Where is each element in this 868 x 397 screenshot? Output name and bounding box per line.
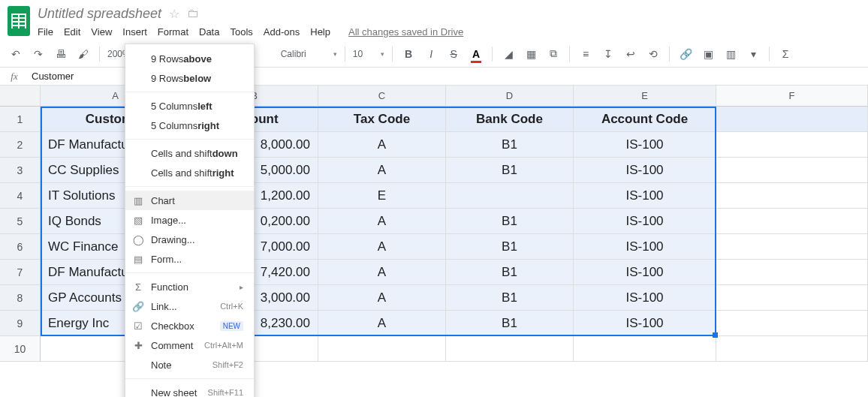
mi-cells-right[interactable]: Cells and shift right	[125, 163, 254, 182]
print-button[interactable]: 🖶	[53, 46, 69, 62]
merge-button[interactable]: ⧉	[545, 46, 562, 62]
mi-image[interactable]: ▧Image...	[125, 210, 254, 230]
mi-newsheet[interactable]: New sheetShift+F11	[125, 383, 254, 397]
comment-button[interactable]: ▣	[700, 46, 716, 62]
cell-c5[interactable]: A	[318, 209, 446, 234]
colhead-d[interactable]: D	[446, 86, 574, 107]
mi-cols-right[interactable]: 5 Columns right	[125, 116, 254, 135]
cell-f9[interactable]	[716, 311, 868, 336]
italic-button[interactable]: I	[423, 46, 439, 62]
rowhead-3[interactable]: 3	[0, 158, 41, 183]
cell-e9[interactable]: IS-100	[574, 311, 716, 336]
strike-button[interactable]: S	[445, 46, 462, 62]
folder-icon[interactable]: 🗀	[187, 7, 199, 20]
cell-c2[interactable]: A	[318, 132, 446, 158]
colhead-f[interactable]: F	[716, 86, 868, 107]
doc-title[interactable]: Untitled spreadsheet	[38, 6, 161, 22]
filter-button[interactable]: ▾	[745, 46, 761, 62]
cell-f2[interactable]	[716, 132, 868, 158]
mi-function[interactable]: ΣFunction▸	[125, 277, 254, 296]
mi-rows-above[interactable]: 9 Rows above	[125, 49, 254, 68]
cell-c4[interactable]: E	[318, 183, 446, 209]
mi-cells-down[interactable]: Cells and shift down	[125, 143, 254, 163]
cell-e2[interactable]: IS-100	[574, 132, 716, 158]
menu-file[interactable]: File	[38, 26, 53, 38]
cell-d4[interactable]	[446, 183, 574, 209]
menu-tools[interactable]: Tools	[230, 26, 252, 38]
mi-rows-below[interactable]: 9 Rows below	[125, 68, 254, 88]
mi-chart[interactable]: ▥Chart	[125, 191, 254, 210]
text-color-button[interactable]: A	[468, 46, 484, 62]
menu-edit[interactable]: Edit	[64, 26, 80, 38]
cell-e4[interactable]: IS-100	[574, 183, 716, 209]
menu-format[interactable]: Format	[158, 26, 188, 38]
formula-value[interactable]: Customer	[29, 71, 74, 82]
v-align-button[interactable]: ↧	[600, 46, 616, 62]
cell-f3[interactable]	[716, 158, 868, 183]
mi-note[interactable]: NoteShift+F2	[125, 355, 254, 374]
cell-d3[interactable]: B1	[446, 158, 574, 183]
cell-f10[interactable]	[716, 336, 868, 362]
cell-e1[interactable]: Account Code	[574, 107, 716, 132]
cell-f7[interactable]	[716, 260, 868, 285]
mi-cols-left[interactable]: 5 Columns left	[125, 96, 254, 116]
chart-button[interactable]: ▥	[722, 46, 739, 62]
rowhead-6[interactable]: 6	[0, 234, 41, 260]
cell-e6[interactable]: IS-100	[574, 234, 716, 260]
font-size-select[interactable]: 10 ▾	[353, 49, 384, 59]
cell-e10[interactable]	[574, 336, 716, 362]
cell-f8[interactable]	[716, 285, 868, 311]
cell-c6[interactable]: A	[318, 234, 446, 260]
cell-c9[interactable]: A	[318, 311, 446, 336]
bold-button[interactable]: B	[400, 46, 417, 62]
cell-f6[interactable]	[716, 234, 868, 260]
fill-color-button[interactable]: ◢	[500, 46, 517, 62]
mi-comment[interactable]: ✚CommentCtrl+Alt+M	[125, 335, 254, 355]
mi-form[interactable]: ▤Form...	[125, 249, 254, 269]
rowhead-9[interactable]: 9	[0, 311, 41, 336]
rowhead-4[interactable]: 4	[0, 183, 41, 209]
cell-d5[interactable]: B1	[446, 209, 574, 234]
cell-c7[interactable]: A	[318, 260, 446, 285]
menu-insert[interactable]: Insert	[122, 26, 147, 38]
colhead-e[interactable]: E	[574, 86, 716, 107]
cell-c8[interactable]: A	[318, 285, 446, 311]
mi-checkbox[interactable]: ☑CheckboxNEW	[125, 316, 254, 335]
menu-view[interactable]: View	[91, 26, 112, 38]
cell-e8[interactable]: IS-100	[574, 285, 716, 311]
cell-d10[interactable]	[446, 336, 574, 362]
cell-c3[interactable]: A	[318, 158, 446, 183]
cell-d8[interactable]: B1	[446, 285, 574, 311]
select-all-corner[interactable]	[0, 86, 41, 107]
cell-d7[interactable]: B1	[446, 260, 574, 285]
cell-c10[interactable]	[318, 336, 446, 362]
cell-d1[interactable]: Bank Code	[446, 107, 574, 132]
paint-format-button[interactable]: 🖌	[75, 46, 92, 62]
mi-drawing[interactable]: ◯Drawing...	[125, 230, 254, 249]
menu-data[interactable]: Data	[199, 26, 219, 38]
menu-help[interactable]: Help	[310, 26, 330, 38]
rowhead-7[interactable]: 7	[0, 260, 41, 285]
wrap-button[interactable]: ↩	[622, 46, 639, 62]
borders-button[interactable]: ▦	[523, 46, 539, 62]
sheets-logo-icon[interactable]	[8, 6, 30, 36]
star-icon[interactable]: ☆	[169, 7, 179, 21]
cell-c1[interactable]: Tax Code	[318, 107, 446, 132]
functions-button[interactable]: Σ	[777, 46, 794, 62]
menu-addons[interactable]: Add-ons	[264, 26, 300, 38]
undo-button[interactable]: ↶	[8, 46, 24, 62]
redo-button[interactable]: ↷	[30, 46, 47, 62]
cell-d9[interactable]: B1	[446, 311, 574, 336]
rowhead-1[interactable]: 1	[0, 107, 41, 132]
rotate-button[interactable]: ⟲	[645, 46, 662, 62]
cell-e5[interactable]: IS-100	[574, 209, 716, 234]
cell-f4[interactable]	[716, 183, 868, 209]
cell-e7[interactable]: IS-100	[574, 260, 716, 285]
colhead-c[interactable]: C	[318, 86, 446, 107]
font-select[interactable]: Calibri ▾	[281, 49, 337, 59]
cell-f1[interactable]	[716, 107, 868, 132]
cell-d2[interactable]: B1	[446, 132, 574, 158]
link-button[interactable]: 🔗	[677, 46, 694, 62]
h-align-button[interactable]: ≡	[577, 46, 594, 62]
cell-d6[interactable]: B1	[446, 234, 574, 260]
